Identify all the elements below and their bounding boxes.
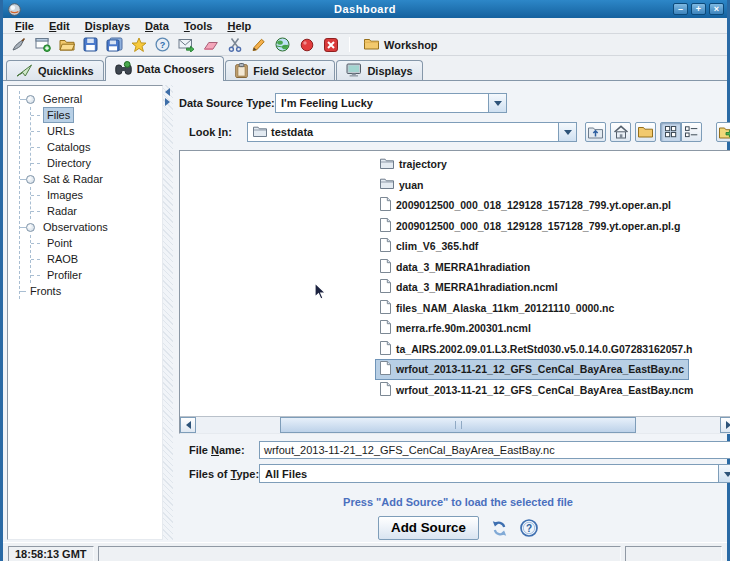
- close-app-icon[interactable]: [322, 36, 339, 53]
- menu-tools[interactable]: Tools: [177, 19, 221, 33]
- tree-item-catalogs[interactable]: Catalogs: [31, 139, 160, 155]
- tab-displays[interactable]: Displays: [336, 60, 422, 81]
- tab-quicklinks[interactable]: Quicklinks: [6, 60, 104, 81]
- tree-item-label: Radar: [43, 203, 81, 219]
- tab-label: Field Selector: [253, 65, 325, 77]
- eraser-icon[interactable]: [202, 36, 219, 53]
- file-item[interactable]: data_3_MERRA1hradiation.ncml: [375, 277, 563, 298]
- tab-field-selector[interactable]: Field Selector: [225, 60, 335, 81]
- file-item-label: 2009012500_000_018_129128_157128_799.yt.…: [396, 199, 671, 211]
- add-source-button[interactable]: Add Source: [378, 516, 479, 540]
- list-view-button[interactable]: [681, 122, 702, 142]
- file-item[interactable]: ta_AIRS.2002.09.01.L3.RetStd030.v5.0.14.…: [375, 339, 698, 360]
- file-item[interactable]: clim_V6_365.hdf: [375, 236, 483, 257]
- folder-item[interactable]: trajectory: [375, 154, 452, 175]
- dashboard-window: Dashboard –+× FileEditDisplaysDataToolsH…: [0, 0, 730, 561]
- tree-item-point[interactable]: Point: [31, 235, 160, 251]
- file-name-input[interactable]: wrfout_2013-11-21_12_GFS_CenCal_BayArea_…: [259, 441, 730, 459]
- tab-data-choosers[interactable]: Data Choosers: [105, 56, 225, 81]
- look-in-combobox[interactable]: testdata: [247, 122, 577, 142]
- file-item[interactable]: files_NAM_Alaska_11km_20121110_0000.nc: [375, 298, 619, 319]
- record-icon[interactable]: [298, 36, 315, 53]
- chooser-tree: GeneralFilesURLsCatalogsDirectorySat & R…: [8, 86, 162, 299]
- file-item[interactable]: data_3_MERRA1hradiation: [375, 257, 535, 278]
- tree-expand-handle-icon[interactable]: [26, 223, 35, 232]
- file-item-label: yuan: [399, 179, 424, 191]
- tree-expand-handle-icon[interactable]: [26, 95, 35, 104]
- data-source-type-combobox[interactable]: I'm Feeling Lucky: [275, 93, 507, 113]
- file-item-label: 2009012500_000_018_129128_157128_799.yt.…: [396, 220, 680, 232]
- tree-expand-handle-icon[interactable]: [26, 175, 35, 184]
- combo-dropdown-icon[interactable]: [558, 123, 576, 141]
- new-window-icon[interactable]: [34, 36, 51, 53]
- tab-content-data-choosers: GeneralFilesURLsCatalogsDirectorySat & R…: [3, 81, 727, 542]
- tree-item-observations[interactable]: Observations: [20, 219, 160, 235]
- help-icon[interactable]: ?: [520, 519, 538, 537]
- globe-icon[interactable]: [274, 36, 291, 53]
- menu-file[interactable]: File: [8, 19, 42, 33]
- tree-children-group: PointRAOBProfiler: [30, 235, 160, 283]
- splitpane-divider[interactable]: [163, 85, 173, 540]
- horizontal-scrollbar[interactable]: [180, 416, 730, 433]
- tree-item-fronts[interactable]: Fronts: [20, 283, 160, 299]
- file-item[interactable]: 2009012500_000_018_129128_157128_799.yt.…: [375, 195, 676, 216]
- data-source-type-label: Data Source Type:: [179, 97, 275, 109]
- combo-dropdown-icon[interactable]: [488, 94, 506, 112]
- tree-item-label: Sat & Radar: [39, 171, 107, 187]
- tree-item-radar[interactable]: Radar: [31, 203, 160, 219]
- folder-item[interactable]: yuan: [375, 175, 429, 196]
- file-list[interactable]: trajectoryyuan2009012500_000_018_129128_…: [180, 151, 730, 416]
- combo-dropdown-icon[interactable]: [718, 465, 730, 482]
- tree-connector: [31, 211, 40, 212]
- pointer-icon[interactable]: [10, 36, 27, 53]
- minimize-window-button[interactable]: –: [673, 3, 688, 15]
- new-folder-button[interactable]: [635, 122, 656, 142]
- mail-send-icon[interactable]: [178, 36, 195, 53]
- file-item-label: data_3_MERRA1hradiation.ncml: [396, 281, 558, 293]
- folder-icon: [253, 126, 267, 139]
- save-copy-icon[interactable]: [106, 36, 123, 53]
- tree-item-general[interactable]: General: [20, 91, 160, 107]
- open-folder-icon[interactable]: [58, 36, 75, 53]
- file-item[interactable]: merra.rfe.90m.200301.ncml: [375, 318, 536, 339]
- statusbar: 18:58:13 GMT: [3, 542, 727, 561]
- tree-item-sat-radar[interactable]: Sat & Radar: [20, 171, 160, 187]
- support-icon[interactable]: ?: [154, 36, 171, 53]
- monitor-icon: [346, 63, 362, 79]
- up-folder-button[interactable]: [585, 122, 606, 142]
- menu-data[interactable]: Data: [138, 19, 177, 33]
- collapse-left-icon[interactable]: [165, 88, 170, 96]
- pencil-icon[interactable]: [250, 36, 267, 53]
- cut-icon[interactable]: [226, 36, 243, 53]
- scrollbar-track[interactable]: [196, 417, 720, 433]
- favorites-icon[interactable]: [130, 36, 147, 53]
- tree-item-files[interactable]: Files: [31, 107, 160, 123]
- close-window-button[interactable]: ×: [709, 3, 724, 15]
- grid-view-button[interactable]: [660, 122, 681, 142]
- scroll-left-button[interactable]: [180, 417, 196, 433]
- expand-right-icon[interactable]: [165, 98, 170, 106]
- tree-item-directory[interactable]: Directory: [31, 155, 160, 171]
- titlebar[interactable]: Dashboard –+×: [3, 0, 727, 18]
- menu-edit[interactable]: Edit: [42, 19, 78, 33]
- file-item[interactable]: wrfout_2013-11-21_12_GFS_CenCal_BayArea_…: [375, 380, 698, 401]
- go-folder-button[interactable]: [716, 122, 730, 142]
- tree-item-images[interactable]: Images: [31, 187, 160, 203]
- tree-item-urls[interactable]: URLs: [31, 123, 160, 139]
- save-icon[interactable]: [82, 36, 99, 53]
- maximize-window-button[interactable]: +: [691, 3, 706, 15]
- scroll-right-button[interactable]: [720, 417, 730, 433]
- file-item[interactable]: wrfout_2013-11-21_12_GFS_CenCal_BayArea_…: [375, 359, 689, 380]
- scrollbar-thumb[interactable]: [280, 417, 636, 433]
- home-button[interactable]: [610, 122, 631, 142]
- files-of-type-combobox[interactable]: All Files: [259, 464, 730, 483]
- tree-item-profiler[interactable]: Profiler: [31, 267, 160, 283]
- workshop-button[interactable]: Workshop: [360, 37, 442, 53]
- menu-help[interactable]: Help: [220, 19, 259, 33]
- tree-item-raob[interactable]: RAOB: [31, 251, 160, 267]
- menu-displays[interactable]: Displays: [78, 19, 138, 33]
- tree-connector: [31, 259, 40, 260]
- refresh-icon[interactable]: [490, 520, 509, 537]
- file-item-label: clim_V6_365.hdf: [396, 240, 478, 252]
- file-item[interactable]: 2009012500_000_018_129128_157128_799.yt.…: [375, 216, 685, 237]
